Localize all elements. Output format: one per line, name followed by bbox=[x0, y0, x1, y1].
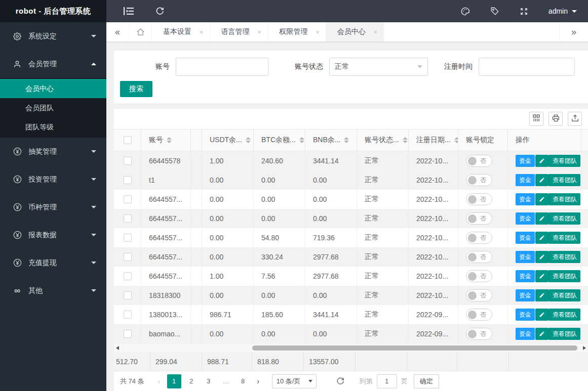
fund-button[interactable]: 资金 bbox=[516, 251, 535, 263]
lock-toggle[interactable]: 否 bbox=[466, 289, 492, 301]
scrollbar-thumb[interactable] bbox=[252, 345, 577, 351]
edit-button[interactable] bbox=[535, 309, 548, 321]
sidebar-item-recharge-withdraw[interactable]: 充值提现 bbox=[0, 249, 106, 277]
export-button[interactable] bbox=[568, 112, 582, 126]
lock-toggle[interactable]: 否 bbox=[466, 193, 492, 205]
fund-button[interactable]: 资金 bbox=[516, 289, 535, 301]
scroll-left-arrow-icon[interactable] bbox=[116, 346, 119, 350]
row-checkbox[interactable] bbox=[124, 291, 132, 299]
fund-button[interactable]: 资金 bbox=[516, 328, 535, 340]
account-input[interactable] bbox=[176, 58, 268, 76]
column-header-bnb[interactable]: BNB余... bbox=[305, 129, 357, 151]
fund-button[interactable]: 资金 bbox=[516, 232, 535, 244]
sort-icon[interactable] bbox=[403, 137, 408, 143]
edit-button[interactable] bbox=[535, 174, 548, 186]
tab-basic-settings[interactable]: 基本设置× bbox=[152, 22, 210, 41]
view-team-button[interactable]: 查看团队 bbox=[548, 155, 580, 167]
page-number-2[interactable]: 2 bbox=[184, 374, 199, 388]
table-refresh-button[interactable] bbox=[336, 377, 344, 385]
sort-icon[interactable] bbox=[299, 137, 304, 143]
view-team-button[interactable]: 查看团队 bbox=[548, 193, 580, 205]
sidebar-item-currency-management[interactable]: 币种管理 bbox=[0, 193, 106, 221]
theme-icon[interactable] bbox=[460, 7, 470, 16]
edit-button[interactable] bbox=[535, 289, 548, 301]
edit-button[interactable] bbox=[535, 193, 548, 205]
sidebar-item-member-management[interactable]: 会员管理 bbox=[0, 50, 106, 78]
view-team-button[interactable]: 查看团队 bbox=[548, 270, 580, 282]
fund-button[interactable]: 资金 bbox=[516, 270, 535, 282]
tabs-scroll-left-button[interactable]: « bbox=[106, 22, 129, 41]
sort-icon[interactable] bbox=[167, 137, 172, 143]
column-header-truncated[interactable] bbox=[191, 129, 202, 151]
column-header-btc[interactable]: BTC余额... bbox=[254, 129, 305, 151]
column-header-usdt[interactable]: USDT余... bbox=[202, 129, 254, 151]
next-page-button[interactable]: › bbox=[252, 377, 265, 386]
sort-icon[interactable] bbox=[344, 137, 349, 143]
edit-button[interactable] bbox=[535, 328, 548, 340]
lock-toggle[interactable]: 否 bbox=[466, 155, 492, 167]
sidebar-item-team-level[interactable]: 团队等级 bbox=[0, 117, 106, 137]
sort-icon[interactable] bbox=[454, 137, 458, 143]
page-number-8[interactable]: 8 bbox=[236, 374, 250, 388]
sidebar-item-investment-management[interactable]: 投资管理 bbox=[0, 165, 106, 193]
edit-button[interactable] bbox=[535, 251, 548, 263]
user-menu[interactable]: admin bbox=[548, 7, 577, 15]
edit-button[interactable] bbox=[535, 155, 548, 167]
fund-button[interactable]: 资金 bbox=[516, 212, 535, 225]
column-header-status[interactable]: 账号状态... bbox=[357, 129, 409, 151]
sidebar-item-member-team[interactable]: 会员团队 bbox=[0, 98, 106, 117]
prev-page-button[interactable]: ‹ bbox=[152, 377, 166, 386]
fund-button[interactable]: 资金 bbox=[516, 193, 535, 205]
column-header-account[interactable]: 账号 bbox=[141, 129, 191, 151]
row-checkbox[interactable] bbox=[124, 272, 132, 280]
row-checkbox[interactable] bbox=[124, 311, 132, 319]
edit-button[interactable] bbox=[535, 232, 548, 244]
horizontal-scrollbar[interactable] bbox=[114, 343, 588, 352]
sidebar-item-other[interactable]: ∞其他 bbox=[0, 277, 106, 305]
tabs-more-button[interactable]: » bbox=[559, 22, 588, 41]
close-icon[interactable]: × bbox=[316, 28, 320, 36]
fund-button[interactable]: 资金 bbox=[516, 309, 535, 321]
fund-button[interactable]: 资金 bbox=[516, 174, 535, 186]
close-icon[interactable]: × bbox=[374, 28, 378, 36]
sort-icon[interactable] bbox=[246, 137, 251, 143]
edit-button[interactable] bbox=[535, 212, 548, 225]
row-checkbox[interactable] bbox=[124, 234, 132, 242]
row-checkbox[interactable] bbox=[124, 330, 132, 338]
tab-member-center[interactable]: 会员中心× bbox=[326, 22, 384, 41]
column-header-date[interactable]: 注册日期... bbox=[409, 129, 458, 151]
search-button[interactable]: 搜索 bbox=[120, 81, 152, 97]
tab-language-management[interactable]: 语言管理× bbox=[210, 22, 268, 41]
tab-home[interactable] bbox=[129, 22, 152, 41]
lock-toggle[interactable]: 否 bbox=[466, 270, 492, 282]
sidebar-item-member-center[interactable]: 会员中心 bbox=[0, 79, 106, 98]
close-icon[interactable]: × bbox=[258, 28, 262, 36]
close-icon[interactable]: × bbox=[200, 28, 204, 36]
row-checkbox[interactable] bbox=[124, 176, 132, 184]
confirm-button[interactable]: 确定 bbox=[414, 374, 439, 388]
scroll-right-arrow-icon[interactable] bbox=[583, 346, 586, 350]
view-team-button[interactable]: 查看团队 bbox=[548, 328, 580, 340]
view-team-button[interactable]: 查看团队 bbox=[548, 212, 580, 225]
view-team-button[interactable]: 查看团队 bbox=[548, 232, 580, 244]
tag-icon[interactable] bbox=[490, 7, 499, 16]
lock-toggle[interactable]: 否 bbox=[466, 174, 492, 186]
account-status-select[interactable]: 正常 bbox=[329, 58, 428, 76]
sidebar-item-report-data[interactable]: 报表数据 bbox=[0, 221, 106, 249]
edit-button[interactable] bbox=[535, 270, 548, 282]
row-checkbox[interactable] bbox=[124, 253, 132, 261]
view-team-button[interactable]: 查看团队 bbox=[548, 289, 580, 301]
lock-toggle[interactable]: 否 bbox=[466, 212, 492, 225]
lock-toggle[interactable]: 否 bbox=[466, 309, 492, 321]
tab-permission-management[interactable]: 权限管理× bbox=[268, 22, 326, 41]
goto-page-input[interactable] bbox=[377, 374, 397, 388]
page-size-select[interactable]: 10 条/页 bbox=[272, 374, 317, 388]
sidebar-item-lottery-management[interactable]: 抽奖管理 bbox=[0, 138, 106, 165]
print-button[interactable] bbox=[548, 112, 563, 126]
view-team-button[interactable]: 查看团队 bbox=[548, 174, 580, 186]
row-checkbox[interactable] bbox=[124, 195, 132, 203]
lock-toggle[interactable]: 否 bbox=[466, 251, 492, 263]
view-team-button[interactable]: 查看团队 bbox=[548, 251, 580, 263]
register-time-input[interactable] bbox=[479, 58, 575, 76]
collapse-menu-icon[interactable] bbox=[124, 7, 134, 16]
